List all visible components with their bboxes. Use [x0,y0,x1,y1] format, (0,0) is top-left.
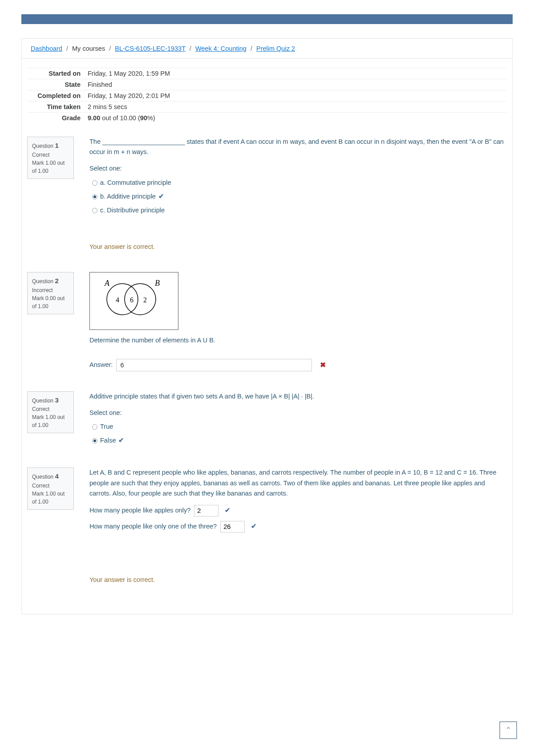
answer-input[interactable] [116,359,312,371]
radio-selected-icon [92,438,97,443]
top-brand-bar [21,14,513,24]
table-row: State Finished [27,79,507,90]
value-started-on: Friday, 1 May 2020, 1:59 PM [84,68,507,79]
label-started-on: Started on [27,68,84,79]
value-time-taken: 2 mins 5 secs [84,102,507,113]
table-row: Grade 9.00 out of 10.00 (90%) [27,113,507,124]
question-number: 3 [55,396,58,404]
question-text: Additive principle states that if given … [89,391,507,402]
breadcrumb-sep: / [248,45,255,52]
x-icon: ✖ [320,359,326,371]
question-info: Question 4 Correct Mark 1.00 out of 1.00 [27,467,74,510]
question-number: 2 [55,277,58,285]
grade-pct: 90 [140,114,147,122]
subquestion-2: How many people like only one of the thr… [89,521,217,532]
venn-left-value: 4 [116,296,119,304]
table-row: Completed on Friday, 1 May 2020, 2:01 PM [27,90,507,102]
breadcrumb-quiz[interactable]: Prelim Quiz 2 [256,45,295,52]
venn-right-value: 2 [143,296,147,304]
breadcrumb: Dashboard / My courses / BL-CS-6105-LEC-… [22,39,512,59]
value-state: Finished [84,79,507,90]
svg-point-1 [125,284,156,315]
subanswer-1-input[interactable] [194,505,218,516]
question-info: Question 3 Correct Mark 1.00 out of 1.00 [27,391,74,434]
subquestion-1: How many people like apples only? [89,505,190,516]
question-state: Correct [32,482,69,490]
venn-diagram: A B 4 6 2 [89,272,178,329]
breadcrumb-section[interactable]: Week 4: Counting [195,45,247,52]
quiz-review-card: Dashboard / My courses / BL-CS-6105-LEC-… [21,38,513,614]
question-3: Question 3 Correct Mark 1.00 out of 1.00… [27,391,507,448]
check-icon: ✔ [158,191,164,202]
question-mark: Mark 1.00 out of 1.00 [32,159,69,175]
value-grade: 9.00 out of 10.00 (90%) [84,113,507,124]
question-text: The _______________________ states that … [89,137,507,157]
radio-empty-icon [92,208,97,213]
venn-mid-value: 6 [130,296,134,304]
check-icon: ✔ [118,435,124,446]
venn-label-a: A [104,279,110,288]
label-time-taken: Time taken [27,102,84,113]
answer-option-a[interactable]: a. Commutative principle [89,176,507,190]
question-mark: Mark 1.00 out of 1.00 [32,490,69,506]
answer-option-c[interactable]: c. Distributive principle [89,203,507,217]
question-number: 4 [55,472,58,480]
label-grade: Grade [27,113,84,124]
radio-selected-icon [92,194,97,199]
check-icon: ✔ [251,521,257,532]
radio-empty-icon [92,424,97,430]
select-one-label: Select one: [89,163,507,174]
select-one-label: Select one: [89,408,507,418]
question-number: 1 [55,142,58,149]
question-info: Question 1 Correct Mark 1.00 out of 1.00 [27,137,74,179]
table-row: Started on Friday, 1 May 2020, 1:59 PM [27,68,507,79]
breadcrumb-sep: / [107,45,113,52]
question-state: Correct [32,151,69,159]
subanswer-2-input[interactable] [220,521,245,532]
question-mark: Mark 1.00 out of 1.00 [32,413,69,429]
venn-label-b: B [155,279,160,288]
answer-feedback: Your answer is correct. [89,575,507,585]
question-mark: Mark 0.00 out of 1.00 [32,294,69,310]
answer-option-true[interactable]: True [89,420,507,434]
answer-feedback: Your answer is correct. [89,242,507,252]
question-text: Let A, B and C represent people who like… [89,467,507,499]
question-2: Question 2 Incorrect Mark 0.00 out of 1.… [27,272,507,371]
breadcrumb-course[interactable]: BL-CS-6105-LEC-1933T [115,45,186,52]
answer-label: Answer: [89,360,113,370]
question-state: Incorrect [32,286,69,294]
breadcrumb-sep: / [64,45,70,52]
breadcrumb-mycourses: My courses [72,45,105,52]
label-completed-on: Completed on [27,90,84,102]
question-4: Question 4 Correct Mark 1.00 out of 1.00… [27,467,507,585]
label-state: State [27,79,84,90]
grade-score: 9.00 [88,114,100,122]
breadcrumb-sep: / [187,45,194,52]
answer-option-b[interactable]: b. Additive principle✔ [89,190,507,203]
question-text: Determine the number of elements in A U … [89,335,507,345]
question-state: Correct [32,405,69,413]
answer-option-false[interactable]: False✔ [89,434,507,447]
question-1: Question 1 Correct Mark 1.00 out of 1.00… [27,137,507,252]
table-row: Time taken 2 mins 5 secs [27,102,507,113]
check-icon: ✔ [225,505,231,516]
value-completed-on: Friday, 1 May 2020, 2:01 PM [84,90,507,102]
attempt-summary-table: Started on Friday, 1 May 2020, 1:59 PM S… [27,68,507,123]
question-info: Question 2 Incorrect Mark 0.00 out of 1.… [27,272,74,314]
breadcrumb-dashboard[interactable]: Dashboard [31,45,62,52]
radio-empty-icon [92,180,97,186]
